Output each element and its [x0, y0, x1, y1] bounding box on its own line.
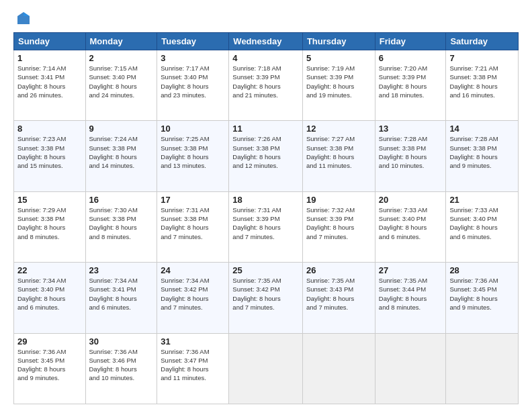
- day-number: 29: [17, 336, 82, 347]
- logo-icon: [16, 11, 31, 26]
- calendar-week-5: 29Sunrise: 7:36 AM Sunset: 3:45 PM Dayli…: [14, 333, 519, 404]
- day-detail: Sunrise: 7:36 AM Sunset: 3:46 PM Dayligh…: [89, 347, 154, 383]
- day-detail: Sunrise: 7:24 AM Sunset: 3:38 PM Dayligh…: [89, 134, 154, 170]
- header: [13, 11, 519, 26]
- day-detail: Sunrise: 7:28 AM Sunset: 3:38 PM Dayligh…: [379, 134, 443, 170]
- calendar-cell: 2Sunrise: 7:15 AM Sunset: 3:40 PM Daylig…: [85, 50, 157, 121]
- day-detail: Sunrise: 7:20 AM Sunset: 3:39 PM Dayligh…: [379, 64, 443, 99]
- calendar-cell: 10Sunrise: 7:25 AM Sunset: 3:38 PM Dayli…: [157, 121, 229, 191]
- day-number: 22: [17, 265, 82, 275]
- header-thursday: Thursday: [302, 33, 375, 50]
- day-number: 24: [161, 265, 225, 275]
- day-detail: Sunrise: 7:36 AM Sunset: 3:45 PM Dayligh…: [17, 347, 82, 383]
- day-number: 28: [449, 265, 515, 275]
- calendar-cell: 27Sunrise: 7:35 AM Sunset: 3:44 PM Dayli…: [375, 263, 446, 333]
- day-detail: Sunrise: 7:36 AM Sunset: 3:47 PM Dayligh…: [161, 347, 225, 383]
- day-number: 13: [379, 124, 443, 134]
- calendar-cell: 1Sunrise: 7:14 AM Sunset: 3:41 PM Daylig…: [14, 50, 86, 121]
- day-detail: Sunrise: 7:31 AM Sunset: 3:39 PM Dayligh…: [232, 205, 299, 241]
- day-number: 31: [161, 336, 225, 347]
- day-number: 27: [379, 265, 443, 275]
- calendar-cell: 23Sunrise: 7:34 AM Sunset: 3:41 PM Dayli…: [85, 263, 157, 333]
- day-detail: Sunrise: 7:28 AM Sunset: 3:38 PM Dayligh…: [449, 134, 515, 170]
- day-detail: Sunrise: 7:35 AM Sunset: 3:43 PM Dayligh…: [306, 276, 371, 312]
- day-detail: Sunrise: 7:29 AM Sunset: 3:38 PM Dayligh…: [17, 205, 82, 241]
- calendar-cell: 12Sunrise: 7:27 AM Sunset: 3:38 PM Dayli…: [302, 121, 375, 191]
- day-number: 9: [89, 124, 154, 134]
- day-number: 19: [306, 195, 371, 205]
- calendar-cell: 21Sunrise: 7:33 AM Sunset: 3:40 PM Dayli…: [446, 191, 519, 262]
- day-number: 20: [379, 195, 443, 205]
- day-detail: Sunrise: 7:18 AM Sunset: 3:39 PM Dayligh…: [232, 64, 299, 99]
- day-detail: Sunrise: 7:34 AM Sunset: 3:40 PM Dayligh…: [17, 276, 82, 312]
- header-wednesday: Wednesday: [229, 33, 303, 50]
- day-number: 25: [232, 265, 299, 275]
- calendar-cell: 7Sunrise: 7:21 AM Sunset: 3:38 PM Daylig…: [446, 50, 519, 121]
- calendar-cell: 24Sunrise: 7:34 AM Sunset: 3:42 PM Dayli…: [157, 263, 229, 333]
- calendar-cell: 6Sunrise: 7:20 AM Sunset: 3:39 PM Daylig…: [375, 50, 446, 121]
- day-number: 21: [449, 195, 515, 205]
- calendar-cell: 13Sunrise: 7:28 AM Sunset: 3:38 PM Dayli…: [375, 121, 446, 191]
- calendar-header-row: Sunday Monday Tuesday Wednesday Thursday…: [14, 33, 519, 50]
- day-number: 12: [306, 124, 371, 134]
- calendar-cell: 22Sunrise: 7:34 AM Sunset: 3:40 PM Dayli…: [14, 263, 86, 333]
- calendar-week-3: 15Sunrise: 7:29 AM Sunset: 3:38 PM Dayli…: [14, 191, 519, 262]
- calendar-cell: 20Sunrise: 7:33 AM Sunset: 3:40 PM Dayli…: [375, 191, 446, 262]
- calendar-week-2: 8Sunrise: 7:23 AM Sunset: 3:38 PM Daylig…: [14, 121, 519, 191]
- calendar-cell: 31Sunrise: 7:36 AM Sunset: 3:47 PM Dayli…: [157, 333, 229, 404]
- calendar-cell: 19Sunrise: 7:32 AM Sunset: 3:39 PM Dayli…: [302, 191, 375, 262]
- calendar-cell: 25Sunrise: 7:35 AM Sunset: 3:42 PM Dayli…: [229, 263, 303, 333]
- calendar-week-1: 1Sunrise: 7:14 AM Sunset: 3:41 PM Daylig…: [14, 50, 519, 121]
- calendar-cell: 16Sunrise: 7:30 AM Sunset: 3:38 PM Dayli…: [85, 191, 157, 262]
- day-detail: Sunrise: 7:35 AM Sunset: 3:44 PM Dayligh…: [379, 276, 443, 312]
- header-sunday: Sunday: [14, 33, 86, 50]
- day-detail: Sunrise: 7:26 AM Sunset: 3:38 PM Dayligh…: [232, 134, 299, 170]
- day-number: 23: [89, 265, 154, 275]
- calendar-cell: 14Sunrise: 7:28 AM Sunset: 3:38 PM Dayli…: [446, 121, 519, 191]
- day-detail: Sunrise: 7:25 AM Sunset: 3:38 PM Dayligh…: [161, 134, 225, 170]
- calendar-cell: 26Sunrise: 7:35 AM Sunset: 3:43 PM Dayli…: [302, 263, 375, 333]
- day-number: 4: [232, 53, 299, 63]
- day-number: 2: [89, 53, 154, 63]
- day-number: 1: [17, 53, 82, 63]
- day-number: 30: [89, 336, 154, 347]
- calendar-cell: 3Sunrise: 7:17 AM Sunset: 3:40 PM Daylig…: [157, 50, 229, 121]
- calendar-cell: [302, 333, 375, 404]
- day-detail: Sunrise: 7:32 AM Sunset: 3:39 PM Dayligh…: [306, 205, 371, 241]
- calendar-cell: 29Sunrise: 7:36 AM Sunset: 3:45 PM Dayli…: [14, 333, 86, 404]
- calendar-cell: 11Sunrise: 7:26 AM Sunset: 3:38 PM Dayli…: [229, 121, 303, 191]
- day-detail: Sunrise: 7:36 AM Sunset: 3:45 PM Dayligh…: [449, 276, 515, 312]
- day-number: 3: [161, 53, 225, 63]
- calendar-cell: 8Sunrise: 7:23 AM Sunset: 3:38 PM Daylig…: [14, 121, 86, 191]
- day-number: 5: [306, 53, 371, 63]
- day-detail: Sunrise: 7:15 AM Sunset: 3:40 PM Dayligh…: [89, 64, 154, 99]
- day-number: 26: [306, 265, 371, 275]
- calendar-cell: 18Sunrise: 7:31 AM Sunset: 3:39 PM Dayli…: [229, 191, 303, 262]
- calendar-cell: 5Sunrise: 7:19 AM Sunset: 3:39 PM Daylig…: [302, 50, 375, 121]
- day-detail: Sunrise: 7:33 AM Sunset: 3:40 PM Dayligh…: [449, 205, 515, 241]
- day-detail: Sunrise: 7:34 AM Sunset: 3:42 PM Dayligh…: [161, 276, 225, 312]
- day-number: 7: [449, 53, 515, 63]
- day-detail: Sunrise: 7:19 AM Sunset: 3:39 PM Dayligh…: [306, 64, 371, 99]
- header-friday: Friday: [375, 33, 446, 50]
- calendar-cell: 17Sunrise: 7:31 AM Sunset: 3:38 PM Dayli…: [157, 191, 229, 262]
- calendar-cell: 30Sunrise: 7:36 AM Sunset: 3:46 PM Dayli…: [85, 333, 157, 404]
- page: Sunday Monday Tuesday Wednesday Thursday…: [0, 0, 532, 411]
- calendar-cell: [375, 333, 446, 404]
- day-number: 17: [161, 195, 225, 205]
- day-detail: Sunrise: 7:17 AM Sunset: 3:40 PM Dayligh…: [161, 64, 225, 99]
- day-number: 15: [17, 195, 82, 205]
- day-detail: Sunrise: 7:23 AM Sunset: 3:38 PM Dayligh…: [17, 134, 82, 170]
- day-detail: Sunrise: 7:34 AM Sunset: 3:41 PM Dayligh…: [89, 276, 154, 312]
- day-detail: Sunrise: 7:27 AM Sunset: 3:38 PM Dayligh…: [306, 134, 371, 170]
- day-detail: Sunrise: 7:33 AM Sunset: 3:40 PM Dayligh…: [379, 205, 443, 241]
- calendar-cell: [229, 333, 303, 404]
- day-detail: Sunrise: 7:30 AM Sunset: 3:38 PM Dayligh…: [89, 205, 154, 241]
- calendar-cell: [446, 333, 519, 404]
- day-number: 16: [89, 195, 154, 205]
- calendar-cell: 4Sunrise: 7:18 AM Sunset: 3:39 PM Daylig…: [229, 50, 303, 121]
- day-detail: Sunrise: 7:21 AM Sunset: 3:38 PM Dayligh…: [449, 64, 515, 99]
- calendar-cell: 28Sunrise: 7:36 AM Sunset: 3:45 PM Dayli…: [446, 263, 519, 333]
- header-monday: Monday: [85, 33, 157, 50]
- day-number: 8: [17, 124, 82, 134]
